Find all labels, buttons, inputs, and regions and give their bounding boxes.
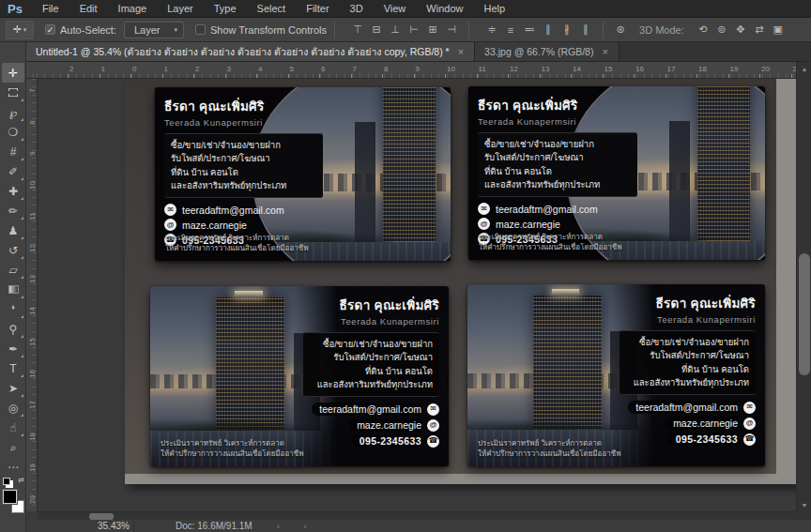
contact-phone: ☎ 095-2345633	[303, 434, 439, 448]
current-tool-button[interactable]: ✛ ▾	[6, 21, 34, 39]
align-left-edges-icon[interactable]: ⊢	[405, 22, 423, 38]
lasso-tool[interactable]: ℘	[2, 102, 24, 122]
auto-select-target-dropdown[interactable]: Layer ▾	[124, 22, 184, 38]
close-icon[interactable]: ×	[601, 46, 608, 57]
photoshop-logo: Ps	[0, 2, 32, 16]
menu-filter[interactable]: Filter	[296, 0, 339, 18]
menu-file[interactable]: File	[32, 0, 69, 18]
auto-select-checkbox[interactable]: ✓	[45, 24, 55, 35]
3d-rotate-icon[interactable]: ⟲	[694, 22, 712, 38]
card-tagline: ประเมินราคาทรัพย์ วิเคราะห์การตลาด ให้คำ…	[478, 438, 620, 460]
ruler-tick-label: 1	[101, 65, 105, 73]
document-tab-1[interactable]: 33.jpg @ 66.7% (RGB/8)×	[475, 42, 620, 61]
menu-edit[interactable]: Edit	[69, 0, 108, 18]
distribute-left-edges-icon[interactable]: ∥	[539, 22, 558, 38]
swap-colors-icon[interactable]: ⇄	[18, 476, 24, 484]
crop-tool[interactable]: #	[2, 142, 24, 161]
line-app-icon: @	[164, 219, 176, 231]
gradient-tool[interactable]	[2, 280, 24, 299]
zoom-tool[interactable]: ⌕	[2, 437, 24, 457]
foreground-color-swatch[interactable]	[3, 490, 17, 504]
horizontal-scrollbar[interactable]	[38, 511, 796, 520]
card-text-panel: ธีรดา คุณะเพิ่มศิริ Teerada Kunapermsiri…	[294, 286, 449, 466]
menu-help[interactable]: Help	[473, 0, 515, 18]
edit-toolbar[interactable]: ⋯	[2, 457, 24, 477]
service-line: รับโพสต์/ประกาศ/โฆษณา	[310, 351, 433, 364]
horizontal-ruler[interactable]: 210123456789101112131415161718192021	[26, 62, 811, 79]
ruler-tick-label: 13	[542, 65, 550, 73]
service-line: และอสังหาริมทรัพย์ทุกประเภท	[310, 378, 433, 391]
auto-select-target-value: Layer	[134, 24, 161, 36]
scroll-up-icon[interactable]: ▲	[797, 62, 811, 75]
3d-roll-icon[interactable]: ⊚	[712, 22, 731, 38]
contact-phone: ☎ 095-2345633	[620, 433, 756, 446]
distribute-horizontal-centers-icon[interactable]: ∦	[558, 22, 576, 38]
eyedropper-tool[interactable]: ✐	[2, 161, 24, 181]
tagline-line: ประเมินราคาทรัพย์ วิเคราะห์การตลาด	[165, 233, 308, 244]
document-tab-0[interactable]: Untitled-1 @ 35.4% (ตัวอย่าง ตัวอย่าง ตั…	[26, 42, 475, 61]
contact-line-id: @ maze.carnegie	[303, 418, 439, 432]
tagline-line: ประเมินราคาทรัพย์ วิเคราะห์การตลาด	[478, 438, 620, 449]
align-vertical-centers-icon[interactable]: ⊟	[367, 22, 386, 38]
ruler-tick-label: 18	[698, 65, 707, 73]
ruler-tick-label: 13	[28, 274, 37, 285]
path-selection-tool[interactable]: ➤	[2, 378, 24, 398]
menu-3d[interactable]: 3D	[340, 0, 374, 18]
align-bottom-edges-icon[interactable]: ⊥	[386, 22, 405, 38]
tagline-line: ประเมินราคาทรัพย์ วิเคราะห์การตลาด	[161, 438, 303, 449]
blur-tool[interactable]: ❛	[2, 299, 24, 319]
menu-layer[interactable]: Layer	[157, 0, 204, 18]
scroll-down-icon[interactable]: ▼	[797, 498, 811, 511]
rectangular-marquee-tool[interactable]	[2, 83, 24, 102]
3d-drag-icon[interactable]: ✥	[731, 22, 750, 38]
menu-type[interactable]: Type	[204, 0, 247, 18]
service-line: และอสังหาริมทรัพย์ทุกประเภท	[484, 178, 631, 191]
condo-tower	[697, 86, 751, 241]
email-icon: ✉	[427, 403, 439, 416]
pen-tool[interactable]: ✒	[2, 339, 24, 358]
align-top-edges-icon[interactable]: ⊤	[348, 22, 367, 38]
vertical-scrollbar[interactable]: ▲ ▼	[796, 62, 811, 511]
eraser-tool[interactable]: ▱	[2, 260, 24, 280]
menu-window[interactable]: Window	[416, 0, 473, 18]
align-right-edges-icon[interactable]: ⊣	[442, 22, 461, 38]
tools-list: ✛℘❍#✐✚✏♟↺▱❛⚲✒T➤◎☝⌕⋯	[0, 63, 26, 477]
status-options-arrow[interactable]: ›	[277, 522, 280, 531]
dodge-tool[interactable]: ⚲	[2, 319, 24, 339]
zoom-level-field[interactable]: 35.43%	[94, 521, 134, 531]
close-icon[interactable]: ×	[457, 46, 465, 57]
3d-camera-icon[interactable]: ▣	[769, 22, 788, 38]
show-transform-controls-checkbox[interactable]	[195, 24, 206, 35]
distribute-right-edges-icon[interactable]: ∥	[576, 22, 595, 38]
distribute-top-edges-icon[interactable]: ≑	[482, 22, 501, 38]
default-colors-icon[interactable]	[3, 478, 10, 485]
vertical-ruler[interactable]: 7891011121314151617181920	[26, 79, 38, 511]
3d-slide-icon[interactable]: ⇄	[750, 22, 769, 38]
vertical-scrollbar-thumb[interactable]	[799, 253, 810, 375]
card-name-thai: ธีรดา คุณะเพิ่มศิริ	[478, 95, 637, 115]
service-line: ซื้อ/ขาย/เช่า/จำนอง/ขายฝาก	[626, 336, 749, 349]
spot-healing-brush-tool[interactable]: ✚	[2, 181, 24, 201]
move-tool[interactable]: ✛	[2, 63, 24, 83]
ruler-tick-label: 9	[416, 65, 420, 73]
menu-select[interactable]: Select	[247, 0, 297, 18]
history-brush-tool[interactable]: ↺	[2, 240, 24, 260]
type-tool[interactable]: T	[2, 358, 24, 378]
clone-stamp-tool[interactable]: ♟	[2, 220, 24, 240]
menu-image[interactable]: Image	[108, 0, 158, 18]
hand-tool[interactable]: ☝	[2, 418, 24, 437]
document-canvas[interactable]: ธีรดา คุณะเพิ่มศิริ Teerada Kunapermsiri…	[125, 79, 796, 484]
align-horizontal-centers-icon[interactable]: ⊞	[423, 22, 442, 38]
distribute-bottom-edges-icon[interactable]: ≕	[520, 22, 539, 38]
status-back-arrow[interactable]: ‹	[304, 522, 307, 531]
quick-selection-tool[interactable]: ❍	[2, 122, 24, 142]
menu-view[interactable]: View	[374, 0, 417, 18]
horizontal-scrollbar-thumb[interactable]	[89, 513, 114, 520]
ruler-tick-label: 11	[479, 65, 486, 73]
brush-tool[interactable]: ✏	[2, 201, 24, 220]
distribute-vertical-centers-icon[interactable]: ≡	[501, 22, 520, 38]
canvas-viewport[interactable]: ธีรดา คุณะเพิ่มศิริ Teerada Kunapermsiri…	[38, 79, 796, 511]
options-bar: ✛ ▾ ✓ Auto-Select: Layer ▾ Show Transfor…	[0, 18, 811, 42]
ellipse-shape-tool[interactable]: ◎	[2, 398, 24, 418]
auto-align-layers-icon[interactable]: ⊛	[611, 22, 630, 38]
